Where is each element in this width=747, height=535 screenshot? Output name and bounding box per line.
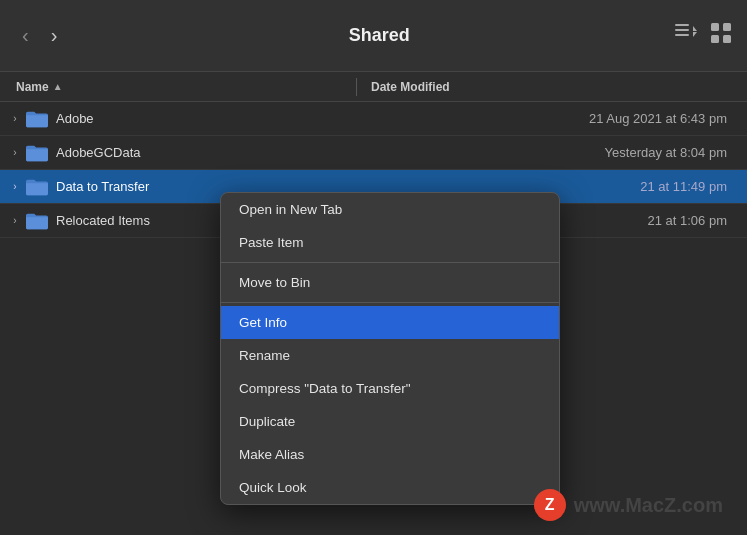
menu-item-open-new-tab[interactable]: Open in New Tab [221,193,559,226]
svg-marker-3 [693,26,697,31]
expand-arrow: › [8,113,22,124]
menu-item-get-info[interactable]: Get Info [221,306,559,339]
folder-icon [26,144,48,162]
watermark: Z www.MacZ.com [534,489,723,521]
column-headers: Name ▲ Date Modified [0,72,747,102]
expand-arrow: › [8,215,22,226]
titlebar: ‹ › Shared [0,0,747,72]
file-row[interactable]: › Adobe 21 Aug 2021 at 6:43 pm [0,102,747,136]
svg-rect-8 [723,35,731,43]
svg-rect-7 [711,35,719,43]
menu-separator [221,302,559,303]
menu-item-make-alias[interactable]: Make Alias [221,438,559,471]
menu-item-compress[interactable]: Compress "Data to Transfer" [221,372,559,405]
sort-arrow: ▲ [53,81,63,92]
svg-marker-4 [693,32,697,37]
svg-rect-0 [675,24,689,26]
expand-arrow: › [8,147,22,158]
context-menu: Open in New Tab Paste Item Move to Bin G… [220,192,560,505]
toolbar-right [675,23,731,48]
file-date: Yesterday at 8:04 pm [605,145,739,160]
menu-item-move-to-bin[interactable]: Move to Bin [221,266,559,299]
window-title: Shared [83,25,675,46]
expand-arrow: › [8,181,22,192]
menu-item-rename[interactable]: Rename [221,339,559,372]
back-button[interactable]: ‹ [16,20,35,51]
menu-item-quick-look[interactable]: Quick Look [221,471,559,504]
file-name: Adobe [56,111,326,126]
file-date: 21 at 1:06 pm [648,213,740,228]
svg-rect-2 [675,34,689,36]
file-row[interactable]: › AdobeGCData Yesterday at 8:04 pm [0,136,747,170]
menu-item-paste[interactable]: Paste Item [221,226,559,259]
column-divider [356,78,357,96]
watermark-text: www.MacZ.com [574,494,723,517]
svg-rect-1 [675,29,689,31]
forward-button[interactable]: › [45,20,64,51]
svg-rect-5 [711,23,719,31]
nav-buttons: ‹ › [16,20,63,51]
menu-item-duplicate[interactable]: Duplicate [221,405,559,438]
file-date: 21 Aug 2021 at 6:43 pm [589,111,739,126]
folder-icon [26,178,48,196]
list-view-icon[interactable] [675,24,697,47]
menu-separator [221,262,559,263]
folder-icon [26,110,48,128]
grid-view-icon[interactable] [711,23,731,48]
file-date: 21 at 11:49 pm [640,179,739,194]
name-column-header[interactable]: Name ▲ [16,80,356,94]
date-column-header[interactable]: Date Modified [371,80,450,94]
watermark-logo: Z [534,489,566,521]
svg-rect-6 [723,23,731,31]
file-name: AdobeGCData [56,145,326,160]
folder-icon [26,212,48,230]
